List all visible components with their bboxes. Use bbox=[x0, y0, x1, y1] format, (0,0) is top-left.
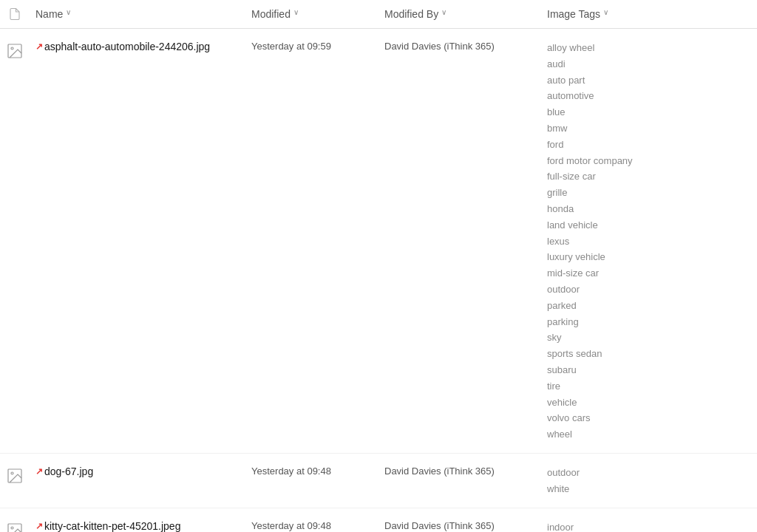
image-tag: parked bbox=[547, 299, 577, 314]
image-tag: bmw bbox=[547, 121, 567, 137]
image-tag: sky bbox=[547, 330, 562, 346]
header-image-tags[interactable]: Image Tags ∨ bbox=[541, 8, 757, 20]
image-tag: audi bbox=[547, 57, 566, 72]
svg-point-3 bbox=[11, 472, 13, 474]
header-modified-by-label: Modified By bbox=[384, 8, 438, 20]
image-tag: alloy wheel bbox=[547, 41, 594, 56]
image-tag: land vehicle bbox=[547, 218, 598, 233]
image-tag: subaru bbox=[547, 363, 577, 378]
header-modified-by[interactable]: Modified By ∨ bbox=[378, 8, 541, 20]
file-image-icon bbox=[6, 466, 24, 486]
modified-date-cell: Yesterday at 09:48 bbox=[245, 519, 378, 531]
file-icon-cell bbox=[0, 464, 30, 486]
file-name-cell: ↗ kitty-cat-kitten-pet-45201.jpeg bbox=[30, 519, 245, 532]
file-name-wrapper: ↗ kitty-cat-kitten-pet-45201.jpeg bbox=[35, 520, 180, 532]
image-tag: honda bbox=[547, 202, 574, 217]
file-arrow-icon: ↗ bbox=[35, 42, 43, 51]
image-tag: grille bbox=[547, 185, 567, 201]
image-tag: parking bbox=[547, 315, 579, 330]
image-tag: luxury vehicle bbox=[547, 250, 605, 265]
header-image-tags-label: Image Tags bbox=[547, 8, 600, 20]
image-tag: outdoor bbox=[547, 466, 580, 481]
header-name[interactable]: Name ∨ bbox=[30, 8, 245, 20]
file-name-link[interactable]: kitty-cat-kitten-pet-45201.jpeg bbox=[44, 520, 180, 532]
image-tag: full-size car bbox=[547, 169, 596, 185]
image-tag: auto part bbox=[547, 73, 585, 89]
file-name-link[interactable]: asphalt-auto-automobile-244206.jpg bbox=[44, 41, 210, 52]
image-tag: ford motor company bbox=[547, 154, 633, 169]
image-tag: lexus bbox=[547, 234, 569, 250]
file-icon-cell bbox=[0, 39, 30, 61]
modified-by-cell: David Davies (iThink 365) bbox=[378, 464, 541, 477]
modified-by-cell: David Davies (iThink 365) bbox=[378, 519, 541, 531]
image-tag: automotive bbox=[547, 89, 594, 104]
svg-point-5 bbox=[11, 527, 13, 529]
svg-point-1 bbox=[11, 47, 13, 50]
image-tag: vehicle bbox=[547, 395, 577, 411]
file-list: Name ∨ Modified ∨ Modified By ∨ Image Ta… bbox=[0, 0, 757, 532]
image-tag: outdoor bbox=[547, 282, 580, 298]
table-row: ↗ kitty-cat-kitten-pet-45201.jpeg Yester… bbox=[0, 508, 757, 532]
file-name-cell: ↗ dog-67.jpg bbox=[30, 464, 245, 477]
header-name-label: Name bbox=[35, 8, 63, 20]
modified-date-cell: Yesterday at 09:48 bbox=[245, 464, 378, 477]
table-row: ↗ dog-67.jpg Yesterday at 09:48David Dav… bbox=[0, 454, 757, 508]
image-tag: tire bbox=[547, 379, 560, 395]
header-modified[interactable]: Modified ∨ bbox=[245, 8, 378, 20]
image-tag: sports sedan bbox=[547, 347, 602, 362]
image-tags-cell: alloy wheelaudiauto partautomotivebluebm… bbox=[541, 39, 757, 443]
image-tags-cell: outdoorwhite bbox=[541, 464, 757, 497]
image-tag: volvo cars bbox=[547, 411, 591, 426]
file-arrow-icon: ↗ bbox=[35, 467, 43, 476]
image-tag: mid-size car bbox=[547, 266, 599, 282]
image-tag: wheel bbox=[547, 427, 572, 443]
file-name-wrapper: ↗ dog-67.jpg bbox=[35, 466, 93, 477]
table-body: ↗ asphalt-auto-automobile-244206.jpg Yes… bbox=[0, 29, 757, 532]
image-tag: white bbox=[547, 482, 569, 497]
image-tags-cell: indoor bbox=[541, 519, 757, 532]
modified-by-cell: David Davies (iThink 365) bbox=[378, 39, 541, 52]
modified-sort-icon: ∨ bbox=[293, 8, 299, 16]
image-tag: indoor bbox=[547, 520, 574, 532]
modified-date-cell: Yesterday at 09:59 bbox=[245, 39, 378, 52]
header-icon-cell bbox=[0, 7, 30, 21]
image-tags-sort-icon: ∨ bbox=[603, 8, 608, 16]
file-arrow-icon: ↗ bbox=[35, 522, 43, 531]
file-name-wrapper: ↗ asphalt-auto-automobile-244206.jpg bbox=[35, 41, 210, 52]
file-icon-cell bbox=[0, 519, 30, 532]
file-image-icon bbox=[6, 520, 24, 532]
image-tag: ford bbox=[547, 137, 563, 153]
table-header: Name ∨ Modified ∨ Modified By ∨ Image Ta… bbox=[0, 0, 757, 29]
file-name-link[interactable]: dog-67.jpg bbox=[44, 466, 93, 477]
modified-by-sort-icon: ∨ bbox=[441, 8, 447, 16]
image-tag: blue bbox=[547, 105, 566, 120]
header-modified-label: Modified bbox=[251, 8, 291, 20]
file-name-cell: ↗ asphalt-auto-automobile-244206.jpg bbox=[30, 39, 245, 52]
file-image-icon bbox=[6, 41, 24, 61]
name-sort-icon: ∨ bbox=[66, 8, 71, 16]
table-row: ↗ asphalt-auto-automobile-244206.jpg Yes… bbox=[0, 29, 757, 454]
